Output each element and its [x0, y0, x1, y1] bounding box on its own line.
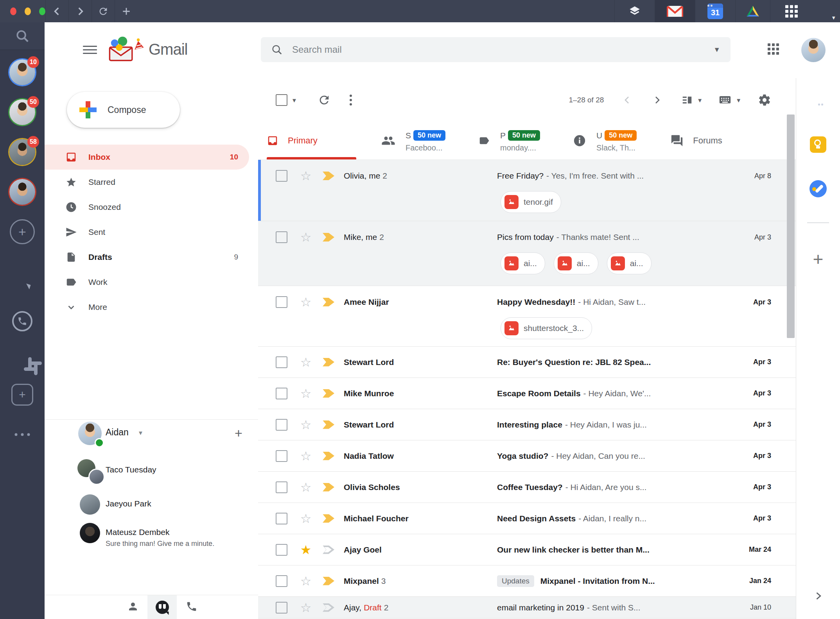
reload-button[interactable]: [92, 0, 115, 22]
close-window-button[interactable]: [10, 7, 16, 15]
star-toggle[interactable]: ☆: [299, 295, 312, 309]
importance-marker[interactable]: [323, 452, 334, 460]
split-pane-button[interactable]: ▼: [681, 94, 703, 106]
email-row[interactable]: ☆Amee NijjarHappy Wednesday!!- Hi Aidan,…: [258, 286, 796, 347]
star-toggle[interactable]: ☆: [299, 449, 312, 463]
email-row[interactable]: ★Ajay GoelOur new link checker is better…: [258, 534, 796, 565]
importance-marker[interactable]: [323, 514, 334, 523]
email-checkbox[interactable]: [276, 419, 287, 431]
zoom-window-button[interactable]: [39, 7, 45, 15]
email-row[interactable]: ☆Olivia, me2Free Friday?- Yes, I'm free.…: [258, 160, 796, 221]
chatbar-tab-phone[interactable]: [177, 595, 206, 619]
chat-contact[interactable]: Taco Tuesday: [45, 459, 258, 482]
star-toggle[interactable]: ☆: [299, 601, 312, 614]
search-options-caret-icon[interactable]: ▼: [713, 46, 720, 54]
more-options-button[interactable]: [15, 433, 30, 436]
star-toggle[interactable]: ☆: [299, 231, 312, 244]
more-button[interactable]: [350, 95, 352, 106]
chevron-down-icon[interactable]: ▼: [831, 15, 836, 21]
sidebar-item-sent[interactable]: Sent: [45, 220, 249, 245]
tab-layers[interactable]: [614, 0, 655, 22]
importance-marker[interactable]: [323, 298, 334, 306]
star-toggle[interactable]: ☆: [299, 169, 312, 182]
select-caret-icon[interactable]: ▼: [291, 97, 297, 104]
search-bar[interactable]: Search mail ▼: [261, 37, 731, 62]
keep-addon-button[interactable]: [810, 136, 826, 153]
email-checkbox[interactable]: [276, 388, 287, 399]
email-row[interactable]: ☆Stewart LordRe: Buyer's Question re: JB…: [258, 347, 796, 378]
email-checkbox[interactable]: [276, 513, 287, 524]
settings-button[interactable]: [758, 93, 771, 107]
attachment-chip[interactable]: ai...: [607, 252, 652, 274]
email-checkbox[interactable]: [276, 231, 287, 243]
tab-social[interactable]: S50 newFaceboo...: [381, 129, 445, 152]
email-checkbox[interactable]: [276, 602, 287, 614]
add-account-button[interactable]: +: [10, 219, 35, 244]
tab-calendar[interactable]: 31: [695, 0, 735, 22]
whatsapp-app-button[interactable]: [12, 311, 32, 331]
email-row[interactable]: ☆Stewart LordInteresting place- Hey Aida…: [258, 409, 796, 440]
importance-marker[interactable]: [323, 483, 334, 492]
older-page-button[interactable]: [652, 95, 662, 105]
star-toggle[interactable]: ☆: [299, 418, 312, 431]
email-row[interactable]: ☆Ajay,Draft2email marketing in 2019- Sen…: [258, 597, 796, 619]
back-button[interactable]: [45, 0, 68, 22]
tab-primary[interactable]: Primary: [267, 122, 356, 159]
forward-button[interactable]: [68, 0, 92, 22]
select-all-checkbox[interactable]: [276, 94, 287, 106]
attachment-chip[interactable]: ai...: [501, 252, 545, 274]
importance-marker[interactable]: [323, 546, 334, 554]
chatbar-tab-person[interactable]: [118, 595, 147, 619]
chevron-down-icon[interactable]: ▼: [138, 429, 144, 436]
email-row[interactable]: ☆Mixpanel3UpdatesMixpanel - Invitation f…: [258, 565, 796, 597]
email-row[interactable]: ☆Nadia TatlowYoga studio?- Hey Aidan, Ca…: [258, 440, 796, 472]
account-avatar[interactable]: 58: [9, 139, 35, 165]
tasks-addon-button[interactable]: [809, 180, 827, 197]
tab-gmail[interactable]: [655, 0, 695, 22]
new-conversation-button[interactable]: +: [235, 426, 242, 440]
hangouts-profile[interactable]: Aidan ▼ +: [45, 422, 258, 445]
tab-drive[interactable]: [735, 0, 770, 22]
email-row[interactable]: ☆Olivia ScholesCoffee Tuesday?- Hi Aidan…: [258, 472, 796, 503]
email-checkbox[interactable]: [276, 544, 287, 556]
email-checkbox[interactable]: [276, 356, 287, 368]
star-toggle[interactable]: ☆: [299, 356, 312, 369]
email-checkbox[interactable]: [276, 170, 287, 182]
refresh-button[interactable]: [318, 93, 331, 107]
sidebar-item-more[interactable]: More: [45, 295, 249, 320]
chat-contact[interactable]: Mateusz DembekSure thing man! Give me a …: [45, 522, 258, 555]
star-toggle[interactable]: ☆: [299, 481, 312, 494]
chat-contact[interactable]: Jaeyou Park: [45, 493, 258, 516]
attachment-chip[interactable]: tenor.gif: [501, 191, 561, 213]
google-apps-button[interactable]: [768, 43, 779, 55]
get-addons-button[interactable]: +: [813, 249, 824, 270]
star-toggle[interactable]: ☆: [299, 387, 312, 400]
profile-avatar[interactable]: [801, 38, 826, 62]
hamburger-menu-button[interactable]: [83, 43, 97, 57]
importance-marker[interactable]: [323, 420, 334, 429]
star-toggle[interactable]: ☆: [299, 512, 312, 525]
email-checkbox[interactable]: [276, 296, 287, 308]
importance-marker[interactable]: [323, 603, 334, 612]
scrollbar-thumb[interactable]: [787, 114, 795, 338]
compose-button[interactable]: Compose: [67, 92, 180, 128]
account-avatar[interactable]: 50: [9, 99, 35, 125]
email-checkbox[interactable]: [276, 450, 287, 462]
attachment-chip[interactable]: ai...: [554, 252, 598, 274]
tab-promotions[interactable]: P50 newmonday....: [478, 129, 540, 152]
sidebar-item-drafts[interactable]: Drafts9: [45, 245, 249, 270]
email-row[interactable]: ☆Michael FoucherNeed Design Assets- Aida…: [258, 503, 796, 534]
email-row[interactable]: ☆Mike, me2Pics from today- Thanks mate! …: [258, 221, 796, 286]
input-tools-button[interactable]: ▼: [718, 93, 741, 107]
new-tab-button[interactable]: [115, 0, 138, 22]
sidebar-item-inbox[interactable]: Inbox10: [45, 145, 249, 170]
newer-page-button[interactable]: [623, 95, 632, 105]
star-toggle[interactable]: ☆: [299, 574, 312, 588]
importance-marker[interactable]: [323, 577, 334, 585]
email-checkbox[interactable]: [276, 481, 287, 493]
sidebar-item-work[interactable]: Work: [45, 270, 249, 295]
collapse-rail-button[interactable]: [813, 590, 824, 603]
minimize-window-button[interactable]: [25, 7, 31, 15]
star-toggle[interactable]: ★: [299, 543, 312, 556]
app-menu-button[interactable]: ▼: [770, 0, 840, 22]
